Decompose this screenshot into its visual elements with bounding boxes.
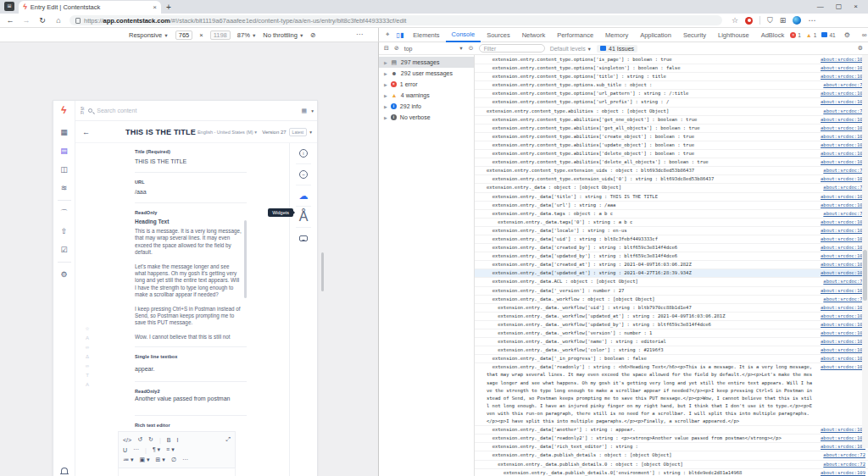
console-source-link[interactable]: about:srcdoc:72 (823, 461, 865, 468)
console-source-link[interactable]: about:srcdoc:109 (821, 73, 865, 80)
console-source-link[interactable]: about:srcdoc:109 (821, 141, 865, 149)
console-source-link[interactable]: about:srcdoc:72 (823, 210, 865, 218)
rte-editor-area[interactable] (118, 468, 236, 476)
address-bar[interactable]: https://app.contentstack.com/#!/stack/bl… (70, 15, 722, 25)
expand-caret-icon[interactable]: ▶ (384, 82, 387, 87)
browser-tab[interactable]: ϟ Entry Edit | Contentstack × (19, 1, 161, 14)
device-zoom-select[interactable]: 87% ▼ (237, 31, 257, 39)
readonly-field-content[interactable]: Heading Text This is a message. It is a … (135, 219, 247, 339)
browser-menu-icon[interactable]: ⋯ (808, 16, 815, 25)
console-source-link[interactable]: about:srcdoc:109 (821, 64, 865, 72)
console-source-link[interactable]: about:srcdoc:72 (823, 451, 865, 459)
rotate-icon[interactable]: ⊘ (310, 31, 315, 39)
releases-icon[interactable]: ⌒ (53, 203, 75, 222)
field-annotation-icon[interactable]: Δ (84, 354, 91, 359)
execution-context-select[interactable]: top▼ (404, 46, 464, 52)
favorites-star-icon[interactable]: ☆ (732, 16, 738, 25)
tasks-icon[interactable]: ☑ (53, 241, 75, 259)
console-source-link[interactable]: about:srcdoc:109 (821, 261, 865, 268)
error-count-badge[interactable]: ×1 (790, 32, 801, 38)
warning-count-badge[interactable]: ▲1 (806, 32, 817, 38)
console-source-link[interactable]: about:srcdoc:109 (821, 193, 865, 201)
field-annotation-icon[interactable]: A (84, 382, 91, 387)
back-to-entries-icon[interactable]: ← (82, 128, 90, 136)
rte-tool-5[interactable]: I (176, 437, 178, 443)
console-source-link[interactable]: about:srcdoc:109 (821, 175, 865, 183)
console-sidebar-item[interactable]: ▶▲4 warnings (379, 90, 474, 101)
rte-tool-2[interactable]: ↻ (148, 436, 153, 443)
rte-tool-3[interactable]: ∅ (171, 457, 176, 463)
console-source-link[interactable]: about:srcdoc:109 (821, 269, 865, 277)
console-source-link[interactable]: about:srcdoc:72 (823, 108, 865, 115)
single-line-field-input[interactable]: appear. (135, 366, 247, 372)
rte-tool-4[interactable]: ≡ ▾ (166, 446, 175, 453)
url-field-input[interactable]: /aaa (135, 189, 247, 195)
console-source-link[interactable]: about:srcdoc:109 (821, 338, 865, 346)
devtools-extension-icon[interactable]: ∞ (859, 31, 868, 39)
rte-tool-1[interactable]: ⋯ (133, 446, 139, 453)
eye-icon[interactable]: ⊙ (469, 45, 474, 52)
search-input[interactable]: Search content (97, 108, 297, 113)
site-info-icon[interactable] (75, 18, 81, 24)
notifications-bell-icon[interactable] (61, 468, 68, 473)
console-source-link[interactable]: about:srcdoc:109 (821, 202, 865, 209)
console-source-link[interactable]: about:srcdoc:72 (823, 167, 865, 174)
console-source-link[interactable]: about:srcdoc:109 (821, 252, 865, 260)
rte-tool-0[interactable]: U (123, 447, 127, 453)
console-source-link[interactable]: about:srcdoc:109 (821, 158, 865, 166)
device-mode-select[interactable]: Responsive ▼ (129, 31, 169, 39)
window-maximize-button[interactable]: ▢ (836, 3, 843, 10)
console-source-link[interactable]: about:srcdoc:109 (821, 56, 865, 64)
version-caret-icon[interactable]: ▾ (309, 130, 312, 135)
console-source-link[interactable]: about:srcdoc:72 (823, 184, 865, 191)
favorites-bar-icon[interactable]: ⛉ (767, 16, 773, 25)
field-annotation-icon[interactable]: ∞ (84, 345, 91, 350)
console-filter-input[interactable]: Filter (479, 44, 545, 53)
console-source-link[interactable]: about:srcdoc:109 (821, 469, 865, 476)
console-source-link[interactable]: about:srcdoc:109 (821, 90, 865, 97)
console-source-link[interactable]: about:srcdoc:109 (821, 346, 865, 354)
console-source-link[interactable]: about:srcdoc:72 (823, 278, 865, 285)
field-annotation-icon[interactable]: ☆ (84, 325, 91, 331)
devtools-tab-lighthouse[interactable]: Lighthouse (712, 28, 755, 42)
inspect-element-icon[interactable]: ⌖ (382, 30, 393, 39)
expand-caret-icon[interactable]: ▶ (384, 93, 387, 98)
devtools-tab-elements[interactable]: Elements (407, 28, 445, 42)
console-source-link[interactable]: about:srcdoc:109 (821, 125, 865, 132)
console-source-link[interactable]: about:srcdoc:109 (821, 426, 865, 434)
console-source-link[interactable]: about:srcdoc:109 (821, 363, 865, 371)
console-sidebar-item[interactable]: ▶i292 info (379, 101, 474, 112)
console-source-link[interactable]: about:srcdoc:109 (821, 150, 865, 158)
console-sidebar-item[interactable]: ▶×1 error (379, 79, 474, 90)
throttling-select[interactable]: No throttling ▼ (263, 31, 303, 39)
title-field-input[interactable]: THIS IS THE TITLE (135, 158, 247, 164)
search-options-caret-icon[interactable]: ▾ (311, 108, 314, 113)
console-source-link[interactable]: about:srcdoc:109 (821, 329, 865, 337)
entries-icon[interactable]: ▤ (53, 141, 75, 160)
console-source-link[interactable]: about:srcdoc:109 (821, 133, 865, 141)
console-sidebar-item[interactable]: ▶iNo verbose (379, 112, 474, 123)
collections-icon[interactable]: ⊞ (780, 16, 787, 25)
rte-tool-0[interactable]: ≔ ▾ (123, 457, 133, 463)
back-icon[interactable]: ← (5, 16, 15, 25)
toggle-device-toolbar-icon[interactable]: ▯▮ (393, 31, 408, 39)
expand-caret-icon[interactable]: ▶ (384, 115, 387, 120)
console-source-link[interactable]: about:srcdoc:109 (821, 98, 865, 106)
entry-activity-icon[interactable]: ~ (290, 164, 317, 185)
field-annotation-icon[interactable]: T (84, 373, 91, 378)
console-source-link[interactable]: about:srcdoc:72 (823, 296, 865, 303)
workspace-icon[interactable]: ⊞ (4, 2, 14, 11)
devtools-tab-network[interactable]: Network (516, 28, 552, 42)
entry-locale-select[interactable]: English - United States (M) ▾ (198, 130, 257, 135)
rte-tool-3[interactable]: ¶ ▾ (153, 446, 160, 453)
tab-close-icon[interactable]: × (153, 3, 157, 11)
experiments-icon[interactable]: Å (290, 207, 317, 227)
saved-views-icon[interactable]: ▦ (302, 108, 308, 114)
publish-queue-icon[interactable]: ⇧ (53, 222, 75, 241)
field-annotation-icon[interactable]: A (84, 335, 91, 340)
readonly-scrollbar[interactable] (244, 220, 247, 298)
viewport-scrollbar[interactable] (321, 252, 324, 291)
devtools-tab-performance[interactable]: Performance (551, 28, 599, 42)
extension-badge-icon[interactable] (745, 17, 753, 25)
console-source-link[interactable]: about:srcdoc:72 (823, 81, 865, 89)
